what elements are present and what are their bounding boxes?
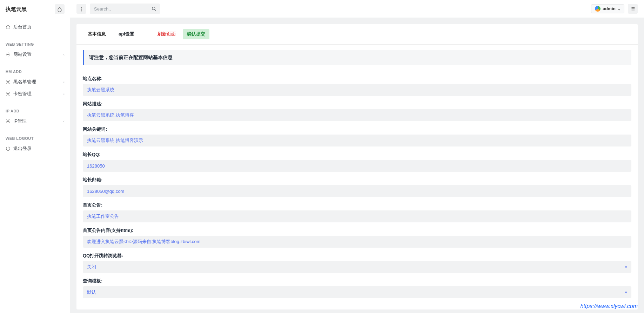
field-qq-jump: QQ打开跳转浏览器: ▾: [83, 253, 631, 273]
nav-item-home[interactable]: 后台首页: [0, 21, 70, 33]
avatar-icon: [595, 6, 601, 12]
nav-item-label: 黑名单管理: [13, 79, 36, 85]
droplet-icon: [58, 7, 62, 12]
field-site-desc: 网站描述:: [83, 101, 631, 121]
nav-item-label: 网站设置: [13, 51, 32, 58]
watermark-text: https://www.xlycwl.com: [580, 303, 638, 309]
tab-basic-info[interactable]: 基本信息: [83, 28, 111, 40]
home-icon: [6, 25, 11, 30]
chevron-left-icon: ‹: [63, 92, 65, 96]
nav-item-label: 卡密管理: [13, 91, 32, 97]
sidebar-header: 执笔云黑: [0, 0, 70, 18]
chevron-left-icon: ‹: [63, 119, 65, 123]
field-site-keywords: 网站关键词:: [83, 126, 631, 146]
field-label: 站点名称:: [83, 76, 631, 82]
field-admin-qq: 站长QQ:: [83, 151, 631, 172]
tabs-row: 基本信息 api设置 刷新页面 确认提交: [76, 24, 638, 45]
field-admin-email: 站长邮箱:: [83, 177, 631, 197]
svg-point-4: [152, 7, 155, 10]
chevron-down-icon: ⌄: [618, 7, 620, 11]
gear-icon: [6, 91, 11, 96]
admin-email-input[interactable]: [83, 185, 631, 197]
user-menu[interactable]: admin ⌄: [591, 4, 624, 13]
nav-heading: IP ADD: [0, 105, 70, 115]
refresh-button[interactable]: 刷新页面: [153, 29, 180, 39]
notice-banner: 请注意，您当前正在配置网站基本信息: [83, 50, 631, 65]
topbar: ⋮ admin ⌄: [70, 0, 644, 18]
chevron-left-icon: ‹: [63, 52, 65, 57]
nav-heading: HM ADD: [0, 66, 70, 76]
field-home-notice-content: 首页公告内容(支持html):: [83, 227, 631, 248]
theme-toggle-button[interactable]: [55, 4, 65, 14]
basic-info-form: 站点名称: 网站描述: 网站关键词: 站长QQ:: [76, 69, 638, 300]
svg-point-3: [7, 120, 9, 122]
qq-jump-select[interactable]: [83, 261, 631, 273]
content-area: 基本信息 api设置 刷新页面 确认提交 请注意，您当前正在配置网站基本信息 站…: [70, 18, 644, 313]
gear-icon: [6, 79, 11, 84]
user-name: admin: [603, 6, 616, 11]
svg-point-1: [7, 81, 9, 83]
list-icon: [630, 7, 635, 11]
nav-item-web-setting[interactable]: 网站设置 ‹: [0, 48, 70, 60]
search-icon: [152, 6, 156, 11]
site-keywords-input[interactable]: [83, 135, 631, 146]
nav-heading: WEB LOGOUT: [0, 133, 70, 143]
nav-section-ip-add: IP ADD IP管理 ‹: [0, 103, 70, 130]
home-notice-input[interactable]: [83, 210, 631, 222]
field-label: 站长邮箱:: [83, 177, 631, 183]
site-desc-input[interactable]: [83, 109, 631, 121]
nav-heading: WEB SETTING: [0, 39, 70, 48]
nav-item-blacklist[interactable]: 黑名单管理 ‹: [0, 76, 70, 88]
field-label: 首页公告:: [83, 202, 631, 208]
home-notice-content-input[interactable]: [83, 236, 631, 248]
sidebar: 执笔云黑 后台首页 WEB SETTING: [0, 0, 70, 313]
svg-point-0: [7, 54, 9, 55]
nav-section-logout: WEB LOGOUT 退出登录: [0, 130, 70, 157]
nav-section-web-setting: WEB SETTING 网站设置 ‹: [0, 36, 70, 63]
nav-item-label: 后台首页: [13, 24, 32, 30]
main: ⋮ admin ⌄: [70, 0, 644, 313]
power-icon: [6, 146, 11, 151]
gear-icon: [6, 119, 11, 124]
field-label: 首页公告内容(支持html):: [83, 227, 631, 234]
dots-vertical-icon: ⋮: [79, 6, 84, 12]
nav-item-label: 退出登录: [13, 145, 32, 152]
nav-item-logout[interactable]: 退出登录: [0, 143, 70, 155]
gear-icon: [6, 52, 11, 57]
nav-item-ip-manage[interactable]: IP管理 ‹: [0, 115, 70, 127]
field-label: 网站描述:: [83, 101, 631, 107]
menu-toggle-button[interactable]: ⋮: [76, 4, 86, 14]
field-label: QQ打开跳转浏览器:: [83, 253, 631, 259]
field-label: 站长QQ:: [83, 151, 631, 158]
nav-item-card-key[interactable]: 卡密管理 ‹: [0, 88, 70, 100]
query-template-select[interactable]: [83, 286, 631, 298]
field-label: 查询模板:: [83, 278, 631, 284]
field-label: 网站关键词:: [83, 126, 631, 132]
admin-qq-input[interactable]: [83, 160, 631, 172]
field-query-template: 查询模板: ▾: [83, 278, 631, 298]
nav-item-label: IP管理: [13, 118, 27, 124]
chevron-left-icon: ‹: [63, 80, 65, 84]
submit-button[interactable]: 确认提交: [183, 29, 209, 39]
field-home-notice: 首页公告:: [83, 202, 631, 222]
nav-section-hm-add: HM ADD 黑名单管理 ‹ 卡密管理 ‹: [0, 63, 70, 103]
tab-api-settings[interactable]: api设置: [114, 28, 139, 40]
site-title: 执笔云黑: [6, 6, 27, 13]
nav-section-home: 后台首页: [0, 18, 70, 36]
settings-panel: 基本信息 api设置 刷新页面 确认提交 请注意，您当前正在配置网站基本信息 站…: [76, 24, 638, 309]
search-input[interactable]: [90, 4, 160, 14]
site-name-input[interactable]: [83, 84, 631, 96]
search-wrap: [90, 4, 160, 14]
svg-point-2: [7, 93, 9, 94]
field-site-name: 站点名称:: [83, 76, 631, 96]
right-panel-toggle[interactable]: [628, 4, 638, 14]
